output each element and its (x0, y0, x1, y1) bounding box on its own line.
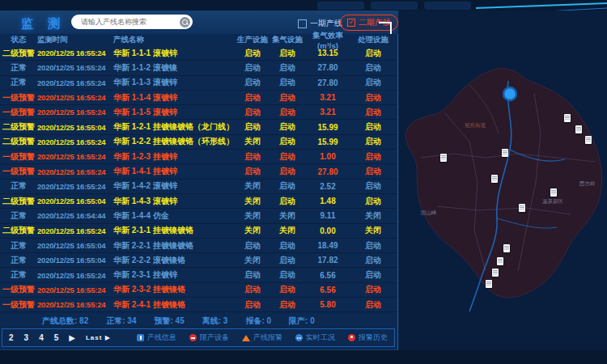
table-cell: 二级预警 (0, 196, 37, 207)
checkbox-icon[interactable] (298, 19, 307, 28)
last-page-button[interactable]: Last ▶ (86, 334, 111, 341)
poi-marker[interactable] (492, 269, 499, 277)
table-row[interactable]: 一级预警2020/12/25 16:55:24华新 2-4-1 挂镀镍铬启动启动… (0, 298, 397, 312)
table-cell: 一级预警 (0, 151, 37, 163)
table-row[interactable]: 一级预警2020/12/25 16:55:24华新 1-2-3 挂镀锌启动启动1… (0, 150, 397, 164)
poi-marker[interactable] (585, 136, 592, 144)
poi-marker[interactable] (440, 154, 447, 162)
page-button[interactable]: 5 (54, 333, 59, 342)
corner-bracket-decor (379, 22, 392, 35)
search-icon[interactable] (180, 17, 190, 28)
table-row[interactable]: 二级预警2020/12/25 16:55:04华新 1-4-3 滚镀锌关闭启动1… (0, 194, 397, 209)
poi-marker[interactable] (503, 244, 510, 252)
table-row[interactable]: 正常2020/12/25 16:55:04华新 2-2-2 滚镀镍铬关闭启动17… (0, 253, 397, 268)
legend-item[interactable]: 产线报警 (242, 332, 282, 343)
table-cell: 2020/12/25 16:55:24 (37, 286, 112, 294)
summary-item: 报备: 0 (245, 315, 271, 327)
table-row[interactable]: 正常2020/12/25 16:54:44华新 1-4-4 仿金关闭关闭9.11… (0, 209, 397, 223)
table-cell: 2020/12/25 16:54:44 (37, 211, 112, 220)
table-cell: 启动 (351, 92, 395, 104)
selected-site-marker[interactable] (503, 87, 516, 100)
poi-marker[interactable] (497, 257, 503, 265)
table-cell: 18.49 (304, 241, 351, 250)
legend-item[interactable]: 产线信息 (137, 332, 176, 343)
table-cell: 启动 (351, 62, 395, 74)
legend-label: 报警历史 (359, 332, 388, 343)
table-row[interactable]: 正常2020/12/25 16:55:04华新 2-2-1 挂镀镍镀铬启动启动1… (0, 239, 397, 253)
table-cell: 2020/12/25 16:55:24 (37, 182, 112, 191)
table-cell: 启动 (270, 48, 304, 59)
search-box[interactable] (71, 15, 193, 29)
table-cell: 6.56 (304, 271, 351, 280)
table-cell: 5.80 (304, 300, 351, 309)
table-cell: 启动 (351, 48, 395, 59)
table-row[interactable]: 正常2020/12/25 16:55:24华新 1-4-2 滚镀锌关闭启动2.5… (0, 180, 397, 194)
page-title: 监 测 (21, 16, 66, 32)
poi-marker[interactable] (519, 204, 525, 212)
table-row[interactable]: 二级预警2020/12/25 16:55:24华新 1-2-2 挂镀镍镀铬（环形… (0, 135, 397, 150)
table-cell: 启动 (270, 107, 304, 118)
table-cell: 启动 (351, 196, 395, 207)
table-cell: 0.00 (304, 226, 351, 235)
table-cell: 华新 1-1-3 滚镀锌 (112, 77, 235, 88)
legend-label: 产线信息 (147, 332, 176, 343)
summary-item: 限产: 0 (289, 315, 315, 327)
table-cell: 启动 (270, 284, 304, 295)
poi-marker[interactable] (491, 175, 498, 183)
table-cell: 华新 1-4-1 挂镀锌 (112, 166, 235, 177)
table-cell: 启动 (235, 151, 270, 163)
map-shape (397, 36, 607, 350)
table-cell: 启动 (270, 240, 304, 252)
page-button[interactable]: 4 (39, 333, 44, 342)
column-header: 状态 (0, 35, 37, 45)
table-cell: 启动 (270, 180, 304, 192)
pagination: 2345▶Last ▶ (9, 333, 111, 342)
next-page-button[interactable]: ▶ (69, 333, 75, 342)
table-row[interactable]: 正常2020/12/25 16:55:24华新 1-1-2 滚镀镍启动启动27.… (0, 61, 397, 75)
legend-item[interactable]: 报警历史 (348, 332, 388, 343)
table-cell: 启动 (351, 255, 395, 266)
page-button[interactable]: 3 (24, 333, 29, 342)
poi-marker[interactable] (486, 280, 492, 288)
table-row[interactable]: 一级预警2020/12/25 16:55:24华新 2-3-2 挂镀镍铬启动启动… (0, 283, 397, 298)
table-cell: 华新 2-4-1 挂镀镍铬 (112, 299, 235, 311)
table-cell: 1.48 (304, 197, 351, 205)
column-header: 生产设施 (235, 35, 270, 45)
table-row[interactable]: 二级预警2020/12/25 16:55:04华新 1-2-1 挂镀镍镀铬（龙门… (0, 120, 397, 134)
legend-item[interactable]: 实时工况 (295, 332, 335, 343)
table-cell: 一级预警 (0, 107, 37, 118)
table-row[interactable]: 二级预警2020/12/25 16:55:24华新 2-1-1 挂镀镍镀铬关闭关… (0, 224, 397, 239)
table-row[interactable]: 一级预警2020/12/25 16:55:24华新 1-1-4 滚镀锌启动启动3… (0, 91, 397, 105)
table-row[interactable]: 二级预警2020/12/25 16:55:24华新 1-1-1 滚镀锌启动启动1… (0, 46, 397, 61)
page-button[interactable]: 2 (9, 333, 14, 342)
poi-marker[interactable] (502, 149, 508, 157)
table-cell: 关闭 (235, 255, 270, 266)
top-strip (0, 0, 607, 11)
table-cell: 启动 (270, 166, 304, 177)
table-row[interactable]: 一级预警2020/12/25 16:55:24华新 1-4-1 挂镀锌启动启动2… (0, 164, 397, 179)
table-cell: 1.00 (304, 152, 351, 161)
top-tab-decor (424, 2, 471, 10)
table-cell: 2020/12/25 16:55:24 (37, 167, 112, 176)
table-cell: 华新 1-1-1 滚镀锌 (112, 48, 235, 59)
table-cell: 启动 (270, 269, 304, 281)
table-cell: 2.52 (304, 182, 351, 191)
map-panel: 迎宾街道西吉岭温泉新区固山峰 力嘉科技 LEAGUE TE (399, 11, 607, 364)
legend-item[interactable]: 限产设备 (189, 332, 229, 343)
table-row[interactable]: 正常2020/12/25 16:55:24华新 1-1-3 滚镀锌启动启动27.… (0, 76, 397, 91)
city-map[interactable]: 迎宾街道西吉岭温泉新区固山峰 (397, 36, 607, 350)
table-cell: 正常 (0, 77, 37, 88)
poi-marker[interactable] (550, 188, 557, 197)
table-cell: 启动 (270, 196, 304, 207)
poi-marker[interactable] (575, 125, 582, 133)
summary-item: 产线总数: 82 (42, 315, 88, 327)
table-cell: 15.99 (304, 138, 351, 146)
table-row[interactable]: 一级预警2020/12/25 16:55:24华新 1-1-5 滚镀锌启动启动3… (0, 105, 397, 120)
top-tab-decor (317, 2, 364, 10)
phase1-checkbox[interactable]: 一期产线 (298, 18, 342, 29)
poi-marker[interactable] (564, 114, 571, 122)
search-input[interactable] (79, 17, 180, 27)
table-row[interactable]: 正常2020/12/25 16:55:24华新 2-3-1 挂镀锌启动启动6.5… (0, 268, 397, 282)
table-cell: 启动 (235, 166, 270, 177)
table-cell: 27.80 (304, 63, 351, 72)
